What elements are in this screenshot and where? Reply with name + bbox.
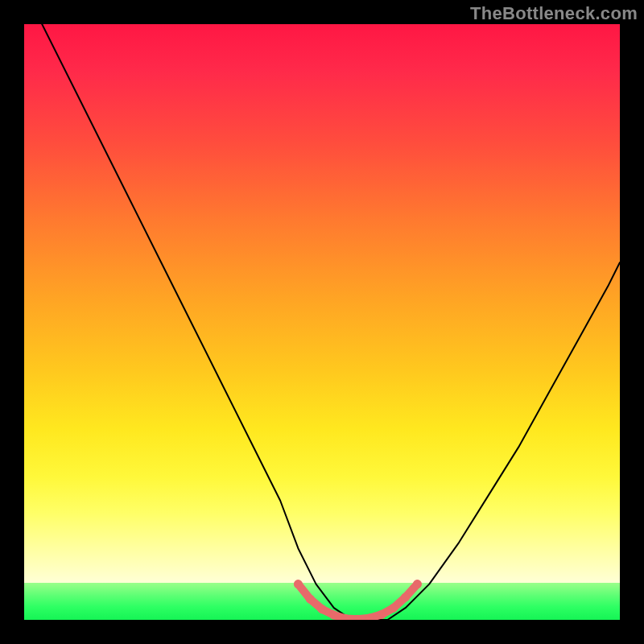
gradient-plot-area xyxy=(24,24,620,620)
green-band xyxy=(24,583,620,620)
chart-frame: TheBottleneck.com xyxy=(0,0,644,644)
watermark-text: TheBottleneck.com xyxy=(470,3,638,24)
